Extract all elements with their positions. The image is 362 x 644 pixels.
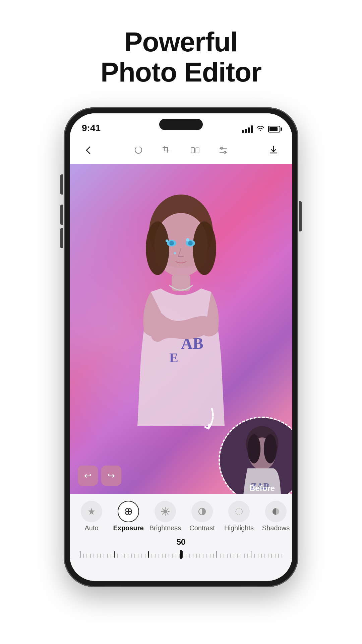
slider-tick [251,551,251,558]
tool-circle-shadows [265,501,287,522]
slider-tick [196,554,197,558]
tool-label-exposure: Exposure [113,524,143,532]
slider-track[interactable] [80,549,282,559]
slider-tick [241,554,241,558]
tool-label-auto: Auto [84,524,98,532]
slider-tick [107,554,108,558]
tool-item-contrast[interactable]: Contrast [184,501,221,532]
flip-icon[interactable] [188,144,202,157]
svg-point-8 [193,221,216,275]
slider-tick [111,554,111,558]
slider-tick [104,554,104,558]
slider-tick [176,554,176,558]
slider-tick [94,554,94,558]
dynamic-island [159,119,203,130]
slider-tick [159,554,159,558]
slider-tick [247,554,248,558]
slider-thumb[interactable] [180,550,182,559]
slider-tick [278,554,279,558]
slider-tick [152,554,152,558]
slider-tick [230,554,231,558]
signal-icon [242,125,253,133]
svg-text:E: E [169,350,178,365]
svg-rect-0 [191,148,194,153]
tool-label-highlights: Highlights [224,524,254,532]
slider-tick [261,554,262,558]
undo-button[interactable]: ↩ [78,466,98,486]
phone-mockup: 9:41 [64,107,298,587]
slider-tick [114,551,115,558]
slider-tick [217,551,217,558]
adjust-icon[interactable] [217,144,230,157]
svg-point-22 [247,434,260,464]
slider-tick [141,554,142,558]
slider-tick [131,554,132,558]
undo-redo-buttons: ↩ ↪ [78,466,121,486]
slider-tick [264,554,265,558]
phone-screen: 9:41 [70,113,292,581]
photo-area: Z AB E ↩ ↪ [70,164,292,494]
tool-label-shadows: Shadows [262,524,290,532]
slider-tick [193,554,193,558]
svg-rect-1 [196,148,199,153]
svg-point-15 [174,252,176,254]
slider-tick [117,554,118,558]
slider-tick [227,554,228,558]
slider-value: 50 [80,537,282,547]
slider-tick [275,554,276,558]
headline-line2: Photo Editor [101,57,261,87]
slider-tick [210,554,210,558]
slider-tick [258,554,258,558]
slider-tick [145,554,145,558]
svg-point-14 [186,238,189,241]
wifi-icon [256,125,265,133]
before-label: Before [249,484,275,493]
app-toolbar [70,137,292,164]
slider-tick [165,554,166,558]
tool-label-contrast: Contrast [189,524,215,532]
slider-tick [182,551,183,558]
slider-tick [179,554,180,558]
slider-tick [199,554,200,558]
tool-item-auto[interactable]: Auto [73,501,110,532]
slider-tick [189,554,190,558]
slider-tick [169,554,169,558]
slider-tick [124,554,125,558]
tool-circle-contrast [191,501,213,522]
slider-tick [134,554,135,558]
slider-tick [237,554,238,558]
tool-circle-auto [81,501,102,522]
slider-tick [234,554,234,558]
svg-point-26 [163,509,167,514]
slider-tick [148,551,149,558]
svg-point-11 [169,241,174,246]
slider-tick [224,554,224,558]
tool-item-shadows[interactable]: Shadows [257,501,292,532]
tool-circle-highlights [228,501,250,522]
tool-item-highlights[interactable]: Highlights [221,501,257,532]
photo-background: Z AB E ↩ ↪ [70,164,292,494]
tool-item-brightness[interactable]: Brightness [147,501,184,532]
slider-tick [162,554,163,558]
slider-tick [80,551,80,558]
slider-area: 50 [70,532,292,559]
slider-tick [86,554,87,558]
slider-tick [128,554,128,558]
crop-icon[interactable] [160,144,174,157]
back-button[interactable] [82,144,95,157]
slider-tick [172,554,173,558]
svg-point-28 [236,508,242,515]
download-button[interactable] [267,144,280,157]
slider-tick [155,554,156,558]
slider-tick [206,554,207,558]
svg-point-7 [146,221,169,275]
slider-tick [138,554,138,558]
slider-tick [282,554,282,558]
slider-tick [83,554,84,558]
rotate-icon[interactable] [132,144,145,157]
tool-item-exposure[interactable]: Exposure [110,501,147,532]
svg-point-12 [188,241,193,246]
slider-tick [213,554,214,558]
redo-button[interactable]: ↪ [101,466,121,486]
status-time: 9:41 [82,123,101,133]
